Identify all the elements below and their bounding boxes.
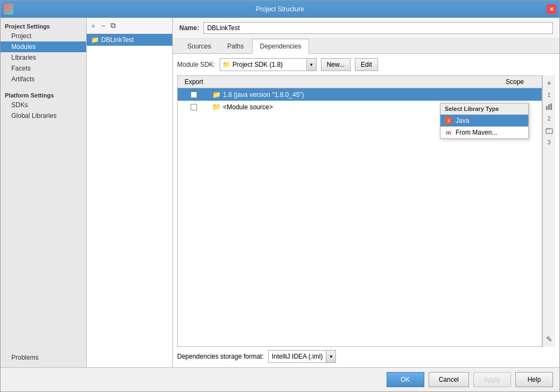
bar-chart-icon [545, 103, 553, 110]
deps-table: Export Scope 📁 1.8 (java version "1.8 [177, 75, 542, 347]
dep-label-module: <Module source> [223, 103, 273, 111]
tabs-bar: Sources Paths Dependencies [173, 39, 559, 54]
dep-row-jdk[interactable]: 📁 1.8 (java version "1.8.0_45") [178, 88, 542, 101]
sdk-value: Project SDK (1.8) [233, 61, 283, 68]
name-label: Name: [179, 24, 199, 32]
module-toolbar: + − ⧉ [87, 18, 172, 34]
java-icon: J [445, 117, 452, 124]
dep-label-jdk: 1.8 (java version "1.8.0_45") [223, 91, 304, 99]
title-bar: Project Structure ✕ [1, 1, 559, 18]
maven-icon: m [445, 129, 452, 136]
apply-button[interactable]: Apply [473, 372, 511, 387]
bottom-bar: OK Cancel Apply Help [1, 367, 559, 391]
storage-row: Dependencies storage format: IntelliJ ID… [177, 347, 555, 363]
storage-select[interactable]: IntelliJ IDEA (.iml) ▼ [268, 350, 337, 363]
export-checkbox-jdk[interactable] [191, 92, 197, 98]
right-toolbar: + 1 2 [542, 75, 555, 347]
select-library-type-title: Select Library Type [440, 103, 528, 115]
sidebar-item-modules[interactable]: Modules [1, 41, 86, 52]
module-list-panel: + − ⧉ 📁 DBLinkTest [87, 18, 173, 367]
module-folder-icon: 📁 [91, 36, 99, 44]
dep-name-jdk: 📁 1.8 (java version "1.8.0_45") [210, 89, 488, 100]
cancel-button[interactable]: Cancel [429, 372, 469, 387]
window-title: Project Structure [13, 5, 547, 13]
main-panel: Name: Sources Paths Dependencies Module … [173, 18, 559, 367]
sidebar-item-facets[interactable]: Facets [1, 63, 86, 74]
tab-sources[interactable]: Sources [179, 39, 219, 54]
add-dep-button[interactable]: + [544, 78, 555, 88]
jdk-folder-icon: 📁 [212, 90, 221, 99]
project-structure-window: Project Structure ✕ Project Settings Pro… [0, 0, 560, 392]
side-number-2: 2 [544, 113, 555, 124]
name-row: Name: [173, 18, 559, 39]
storage-dropdown-button[interactable]: ▼ [326, 351, 335, 362]
header-name [210, 77, 488, 87]
deps-table-header: Export Scope [178, 76, 542, 88]
svg-rect-0 [546, 106, 548, 110]
new-sdk-button[interactable]: New... [321, 58, 351, 71]
copy-module-button[interactable]: ⧉ [108, 20, 118, 31]
sdk-select[interactable]: 📁 Project SDK (1.8) ▼ [220, 58, 317, 71]
dependencies-tab-content: Module SDK: 📁 Project SDK (1.8) ▼ New...… [173, 54, 559, 367]
tab-dependencies[interactable]: Dependencies [252, 39, 310, 54]
module-source-icon: 📁 [212, 103, 221, 111]
side-number-3: 3 [544, 137, 555, 148]
sdk-folder-icon: 📁 [222, 61, 230, 68]
add-module-button[interactable]: + [89, 20, 97, 31]
storage-value: IntelliJ IDEA (.iml) [269, 353, 326, 360]
svg-rect-2 [550, 103, 552, 110]
deps-table-wrapper: Export Scope 📁 1.8 (java version "1.8 [177, 75, 555, 347]
library-type-maven-label: From Maven... [456, 129, 497, 136]
module-name: DBLinkTest [101, 36, 134, 44]
dep-scope-jdk [488, 94, 542, 96]
library-type-java-label: Java [456, 117, 469, 124]
svg-rect-1 [548, 104, 550, 110]
dep-export-module [178, 103, 210, 111]
sidebar-item-global-libraries[interactable]: Global Libraries [1, 110, 86, 121]
export-checkbox-module[interactable] [191, 104, 197, 110]
sidebar-item-sdks[interactable]: SDKs [1, 100, 86, 110]
sidebar-item-problems[interactable]: Problems [1, 352, 86, 363]
close-button[interactable]: ✕ [547, 4, 556, 14]
sidebar-item-libraries[interactable]: Libraries [1, 52, 86, 63]
sdk-row: Module SDK: 📁 Project SDK (1.8) ▼ New...… [177, 58, 555, 71]
ok-button[interactable]: OK [387, 372, 424, 387]
folder-side-icon [545, 127, 553, 134]
sidebar-item-artifacts[interactable]: Artifacts [1, 74, 86, 85]
edit-dep-button[interactable]: ✎ [544, 334, 555, 345]
remove-module-button[interactable]: − [99, 20, 107, 31]
module-sdk-label: Module SDK: [177, 61, 215, 68]
sdk-dropdown-button[interactable]: ▼ [306, 59, 316, 71]
header-scope: Scope [488, 77, 542, 87]
library-type-java[interactable]: J Java [440, 115, 528, 127]
help-button[interactable]: Help [515, 372, 553, 387]
app-logo [4, 4, 13, 15]
header-export: Export [178, 77, 210, 87]
side-number-1: 1 [544, 89, 555, 100]
module-item-dblinktest[interactable]: 📁 DBLinkTest [87, 34, 172, 46]
sidebar-item-project[interactable]: Project [1, 31, 86, 41]
dep-export-jdk [178, 90, 210, 99]
name-input[interactable] [204, 22, 553, 34]
select-library-type-popup: Select Library Type J Java m From Maven.… [440, 103, 529, 139]
platform-settings-header: Platform Settings [1, 89, 86, 100]
sdk-select-inner: 📁 Project SDK (1.8) [220, 61, 306, 68]
project-settings-header: Project Settings [1, 20, 86, 31]
storage-label: Dependencies storage format: [177, 353, 264, 360]
left-nav-panel: Project Settings Project Modules Librari… [1, 18, 87, 367]
tab-paths[interactable]: Paths [219, 39, 252, 54]
edit-sdk-button[interactable]: Edit [355, 58, 378, 71]
library-type-maven[interactable]: m From Maven... [440, 127, 528, 138]
